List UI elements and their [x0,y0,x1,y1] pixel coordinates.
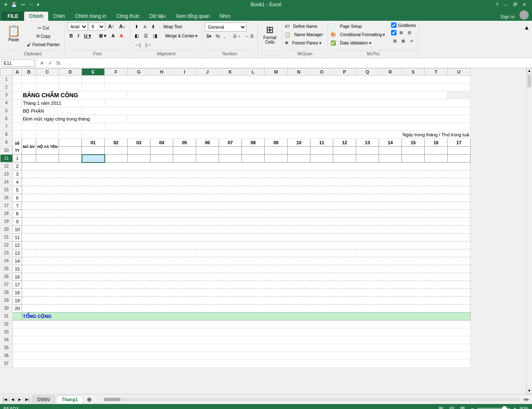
add-sheet-button[interactable]: ⊕ [84,395,95,404]
cell-a4[interactable] [13,99,22,107]
cell-a9[interactable]: SốTT [13,139,22,155]
define-name-button[interactable]: Define Name [291,22,319,30]
cut-button[interactable]: ✂ Cut [25,24,62,32]
sheet-nav-last[interactable]: ▶| [24,397,31,402]
cell-d1[interactable] [59,76,82,84]
cell-37[interactable] [13,360,470,368]
cell-b26[interactable] [22,273,470,281]
top-align-button[interactable]: ⬆ [133,22,140,31]
cell-j9[interactable]: 06 [196,139,219,147]
cell-b13[interactable] [22,170,470,178]
cell-f1[interactable] [105,76,470,84]
cell-b30[interactable] [22,305,470,313]
cell-n10[interactable] [288,147,310,155]
cell-e8[interactable]: Ngày trong tháng / Thứ trong tuầ [82,131,470,139]
italic-button[interactable]: I [76,32,81,40]
row-header-34[interactable]: 34 [0,336,13,344]
row-header-8[interactable]: 8 [0,131,13,139]
view-page-break-button[interactable]: ⊠ [459,405,466,409]
function-button[interactable]: fx [55,60,62,66]
cell-b5[interactable]: BỘ PHẬN [22,107,82,115]
formula-input[interactable] [63,59,530,67]
row-header-35[interactable]: 35 [0,344,13,352]
cell-q9[interactable]: 13 [356,139,379,147]
cell-a31[interactable] [13,313,22,320]
row-header-28[interactable]: 28 [0,289,13,297]
cell-a7[interactable] [13,123,22,131]
fill-color-button[interactable]: A [109,32,117,40]
minimize-button[interactable]: — [501,0,510,9]
cell-a17[interactable]: 7 [13,202,22,210]
cell-b28[interactable] [22,289,470,297]
cell-a21[interactable]: 11 [13,234,22,241]
indent-decrease-button[interactable]: ←| [133,41,143,49]
cell-j10[interactable] [196,147,219,155]
col-header-h[interactable]: H [150,69,173,76]
gridlines-checkbox[interactable] [391,22,397,28]
cell-e9[interactable]: 01 [82,139,105,147]
tab-file[interactable]: FILE [2,12,24,21]
sheet-scroll-area[interactable]: A B C D E F G H I J K L M N O P Q [0,68,526,394]
cell-b25[interactable] [22,265,470,273]
sheet-scrollbar-thumb[interactable] [104,398,121,401]
cell-d10[interactable] [59,147,82,155]
cell-b29[interactable] [22,297,470,305]
cell-b12[interactable] [22,163,470,170]
cell-a3[interactable] [13,91,22,99]
data-validation-button[interactable]: Data Validation ▾ [338,39,373,47]
comma-button[interactable]: , [222,32,227,40]
cell-b1[interactable] [22,76,36,84]
name-manager-button[interactable]: Name Manager [292,31,325,38]
cancel-formula-button[interactable]: ✕ [39,60,45,66]
cell-c9[interactable]: HỌ VÀ TÊN [36,139,59,155]
row-header-33[interactable]: 33 [0,328,13,336]
row-header-21[interactable]: 21 [0,234,13,241]
scroll-down-button[interactable]: ▼ [527,388,532,394]
row-header-31[interactable]: 31 [0,313,13,320]
cell-m11[interactable] [265,155,288,163]
col-header-q[interactable]: Q [356,69,379,76]
cell-k11[interactable] [219,155,242,163]
cell-s11[interactable] [402,155,425,163]
quick-access-save[interactable]: 💾 [10,1,18,8]
cell-d2[interactable] [59,84,82,91]
cell-o11[interactable] [310,155,333,163]
extra-btn2[interactable]: ⊟ [406,29,413,36]
row-header-37[interactable]: 37 [0,360,13,368]
cell-a14[interactable]: 4 [13,178,22,186]
col-header-l[interactable]: L [242,69,265,76]
merge-center-button[interactable]: Merge & Center ▾ [163,32,200,40]
row-header-32[interactable]: 32 [0,320,13,328]
cell-b21[interactable] [22,234,470,241]
scroll-thumb[interactable] [527,75,531,87]
cell-a22[interactable]: 12 [13,241,22,249]
row-header-9[interactable]: 9 [0,139,13,147]
cell-b11[interactable] [22,155,36,163]
cell-b14[interactable] [22,178,470,186]
sheet-nav-first[interactable]: |◀ [2,397,9,402]
cell-b22[interactable] [22,241,470,249]
cell-h10[interactable] [150,147,173,155]
col-header-a[interactable]: A [13,69,22,76]
tab-cong-thuc[interactable]: Công thức [111,12,145,21]
cell-e10[interactable] [82,147,105,155]
cell-t10[interactable] [425,147,448,155]
col-header-k[interactable]: K [219,69,242,76]
sheet-tab-thang1[interactable]: Thang1 [56,395,83,404]
font-decrease-button[interactable]: A↓ [117,22,128,31]
middle-align-button[interactable]: ≡ [141,22,148,31]
row-header-26[interactable]: 26 [0,273,13,281]
col-header-n[interactable]: N [288,69,310,76]
gridlines-checkbox2[interactable] [391,30,397,35]
col-header-b[interactable]: B [22,69,36,76]
gridlines-checkbox-label[interactable]: Gridlines [391,22,416,28]
sheet-tab-dsnv[interactable]: DSNV [32,395,56,403]
format-painter-button[interactable]: 🖌 Format Painter [25,41,62,48]
col-header-m[interactable]: M [265,69,288,76]
cell-u9[interactable]: 17 [448,139,470,147]
row-header-27[interactable]: 27 [0,281,13,289]
cell-a8[interactable] [13,131,22,139]
row-header-4[interactable]: 4 [0,99,13,107]
cell-34[interactable] [13,336,470,344]
row-header-6[interactable]: 6 [0,115,13,123]
